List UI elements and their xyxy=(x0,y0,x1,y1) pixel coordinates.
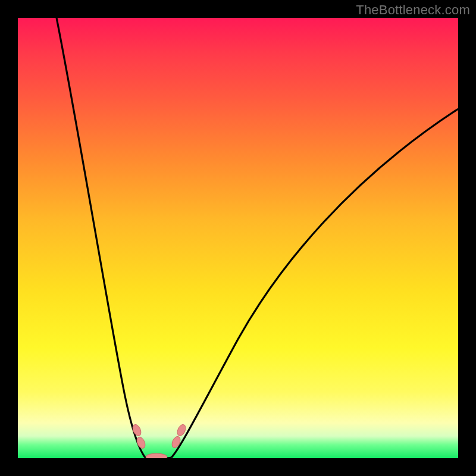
watermark-text: TheBottleneck.com xyxy=(356,2,470,18)
chart-frame: TheBottleneck.com xyxy=(0,0,476,476)
curve-left xyxy=(57,18,145,458)
curve-right xyxy=(171,109,458,458)
marker-left-b xyxy=(135,436,146,449)
marker-bottom xyxy=(146,453,167,458)
curve-layer xyxy=(18,18,458,458)
marker-group xyxy=(131,423,187,458)
plot-area xyxy=(18,18,458,458)
marker-right-a xyxy=(170,435,181,449)
